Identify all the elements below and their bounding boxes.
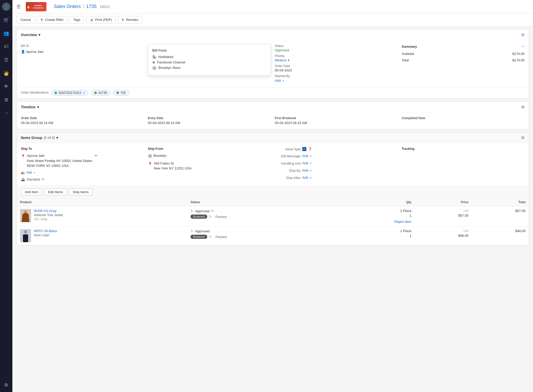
table-row: WP07-28-Black Aeon Capri ↻ Approved bbox=[17, 226, 529, 245]
reindex-button[interactable]: ↻ Reindex bbox=[118, 16, 142, 23]
edit-address-icon[interactable]: ✏ bbox=[95, 153, 98, 158]
order-ids-label: Order Identifications bbox=[21, 91, 49, 94]
order-date-row: Order Date 05-04-2023 bbox=[275, 64, 398, 72]
total-value: $174.00 bbox=[512, 58, 524, 62]
priority-value[interactable]: Medium ▾ bbox=[275, 58, 398, 62]
bill-from-company[interactable]: NotNaked bbox=[158, 55, 173, 59]
brokered-history-icon-1[interactable]: ↻ bbox=[209, 235, 212, 239]
bill-from-label: Bill From bbox=[152, 48, 266, 52]
allow-split-checkbox[interactable]: ✓ bbox=[302, 147, 306, 151]
status-cell-1: ↻ Approved Brokered ↻ Packed bbox=[187, 226, 334, 245]
history-icon-0[interactable]: ↻ bbox=[211, 209, 214, 213]
svg-rect-4 bbox=[23, 234, 28, 242]
overview-title[interactable]: Overview ▾ bbox=[21, 33, 40, 37]
people-icon[interactable]: 👥 bbox=[2, 29, 11, 38]
timeline-section: Timeline ▾ ⊖ Order Date 05-04-2023 06:14… bbox=[17, 102, 529, 129]
ship-from-store-name: Brooklyn bbox=[154, 153, 167, 158]
ship-by-row: Ship By Add ＋ bbox=[275, 168, 398, 173]
layers-icon[interactable]: ⊞ bbox=[3, 95, 10, 104]
col-qty: Qty bbox=[334, 198, 415, 206]
status-value-1: Approved bbox=[195, 229, 210, 233]
brokered-history-icon[interactable]: ↻ bbox=[209, 215, 212, 219]
subtotal-label: Subtotal bbox=[402, 52, 414, 56]
person-icon: 👤 bbox=[21, 50, 25, 54]
edit-items-button[interactable]: Edit Items bbox=[44, 189, 67, 195]
hamburger-icon[interactable]: ☰ bbox=[17, 4, 21, 10]
handling-inst-row: Handling Inst Add ＋ bbox=[275, 161, 398, 166]
breadcrumb: Sales Orders / 1735 10012 bbox=[54, 4, 110, 9]
ship-to-col: Ship To 📍 Apurva Jain Park Street Findla… bbox=[21, 147, 144, 182]
subtotal-row: Subtotal $174.00 bbox=[402, 52, 524, 56]
status-col: Status Approved Priority Medium ▾ bbox=[275, 44, 398, 83]
sidebar: 👤 🛒 👥 🏷 ☰ 🧑 👁 ⊞ → ⚙ bbox=[0, 0, 12, 392]
svg-point-3 bbox=[24, 230, 27, 233]
breadcrumb-order-id: 10012 bbox=[100, 5, 110, 9]
timeline-collapse-icon[interactable]: ⊖ bbox=[521, 104, 524, 109]
user-avatar[interactable]: 👤 bbox=[2, 3, 10, 11]
settings-icon[interactable]: ⚙ bbox=[3, 381, 10, 389]
arrow-right-icon[interactable]: → bbox=[2, 109, 10, 117]
items-group-header: Items Group (1 of 2) ▾ ⊖ bbox=[17, 133, 529, 143]
total-cell-0: $57.00 bbox=[472, 206, 529, 226]
handling-inst-add[interactable]: Add ＋ bbox=[302, 161, 313, 166]
qty-packed-0: 1 bbox=[410, 214, 411, 218]
total-value-1: $48.00 bbox=[515, 229, 526, 233]
external-link-icon[interactable]: ↗ bbox=[83, 91, 85, 95]
reset-status-icon-1[interactable]: ↻ bbox=[190, 229, 194, 233]
create-rma-button[interactable]: ↻ Create RMA bbox=[37, 16, 67, 23]
gift-message-add[interactable]: Add ＋ bbox=[302, 154, 313, 158]
bill-from-popup: Bill From 🏪 NotNaked ⊕ Facebook Channel … bbox=[148, 44, 271, 76]
qty-cell-1: 1 Piece 1 bbox=[334, 226, 415, 245]
reset-status-icon-0[interactable]: ↻ bbox=[190, 209, 194, 213]
first-brokered-label: First Brokered bbox=[275, 116, 398, 120]
price-label-1: List bbox=[464, 229, 468, 233]
main-content: Overview ▾ ⊖ Bill To 👤 Apurva Jain bbox=[12, 26, 533, 392]
items-count: (1 of 2) bbox=[44, 136, 55, 140]
product-link-1[interactable]: WP07-28-Black bbox=[34, 229, 57, 233]
summary-add-icon[interactable]: ＋ bbox=[521, 44, 524, 49]
tag-icon[interactable]: 🏷 bbox=[2, 42, 10, 51]
bill-to-name[interactable]: Apurva Jain bbox=[26, 50, 44, 54]
cart-icon[interactable]: 🛒 bbox=[2, 15, 11, 24]
wanted-by-label: Wanted By bbox=[275, 74, 398, 78]
ship-from-label: Ship From bbox=[148, 147, 271, 151]
breadcrumb-order-number: 1735 bbox=[86, 4, 97, 9]
logo: 🔥 HotWax Commerce bbox=[26, 2, 46, 11]
product-link-0[interactable]: WJ08-XS-Gray bbox=[34, 209, 63, 213]
order-id-badge-1: #1735 bbox=[91, 90, 110, 96]
person-alt-icon[interactable]: 🧑 bbox=[2, 69, 11, 78]
id-dot-icon-2 bbox=[116, 92, 119, 94]
overview-collapse-icon[interactable]: ⊖ bbox=[521, 32, 524, 37]
bill-from-col: Bill From 🏪 NotNaked ⊕ Facebook Channel … bbox=[148, 44, 271, 83]
col-total: Total bbox=[472, 198, 529, 206]
breadcrumb-section[interactable]: Sales Orders bbox=[54, 4, 81, 9]
ship-by-add[interactable]: Add ＋ bbox=[302, 168, 313, 173]
add-item-button[interactable]: Add Item bbox=[21, 189, 42, 195]
wanted-by-add[interactable]: Add ＋ bbox=[275, 78, 398, 83]
ship-after-add[interactable]: Add ＋ bbox=[302, 175, 313, 180]
ship-to-address: 📍 Apurva Jain Park Street Findlay NY 100… bbox=[21, 153, 144, 168]
items-collapse-icon[interactable]: ⊖ bbox=[521, 135, 524, 140]
edit-method-icon[interactable]: ✏ bbox=[42, 177, 45, 181]
order-id-0-value: 5202702172413 bbox=[59, 91, 81, 95]
price-cell-1: List $48.00 bbox=[415, 226, 472, 245]
timeline-chevron-icon: ▾ bbox=[37, 105, 39, 109]
priority-label: Priority bbox=[275, 54, 398, 58]
entry-date-label: Entry Date bbox=[148, 116, 271, 120]
timeline-title[interactable]: Timeline ▾ bbox=[21, 105, 39, 109]
price-value-1: $48.00 bbox=[458, 234, 468, 238]
product-image-0 bbox=[20, 209, 31, 222]
eye-icon[interactable]: 👁 bbox=[2, 82, 10, 91]
items-group-title[interactable]: Items Group (1 of 2) ▾ bbox=[21, 136, 58, 140]
bill-from-store: Brooklyn Store bbox=[158, 66, 180, 70]
cancel-button[interactable]: Cancel bbox=[17, 16, 35, 23]
list-icon[interactable]: ☰ bbox=[3, 55, 10, 64]
tags-button[interactable]: Tags bbox=[69, 16, 84, 23]
ship-to-label: Ship To bbox=[21, 147, 144, 151]
ship-items-button[interactable]: Ship Items bbox=[69, 189, 92, 195]
reject-item-link-0[interactable]: Reject Item bbox=[394, 220, 411, 224]
bill-from-channel-row: ⊕ Facebook Channel bbox=[152, 60, 266, 64]
help-icon[interactable]: ❓ bbox=[308, 147, 312, 151]
print-pdf-button[interactable]: 🖨 Print (PDF) bbox=[86, 16, 116, 23]
add-shipping-link[interactable]: Add ＋ bbox=[26, 170, 36, 175]
